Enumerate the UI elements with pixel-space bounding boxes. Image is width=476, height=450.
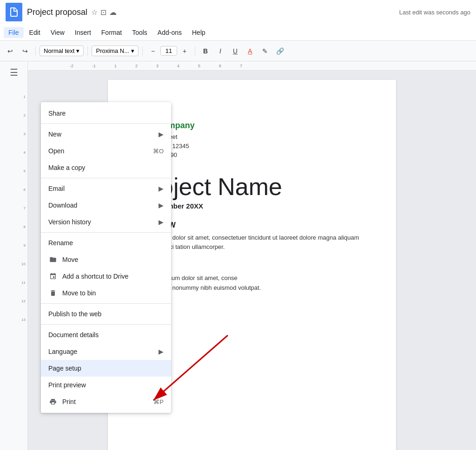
left-sidebar: ☰ 1 2 3 4 5 6 7 8 9 10 11 12 13 [0, 61, 28, 450]
italic-button[interactable]: I [214, 45, 227, 58]
menu-new[interactable]: New ▶ [41, 126, 171, 143]
make-copy-label: Make a copy [48, 164, 164, 171]
undo-button[interactable]: ↩ [4, 45, 17, 58]
menu-tools[interactable]: Tools [127, 27, 152, 38]
folder-icon[interactable]: ⊡ [100, 8, 106, 17]
menu-download[interactable]: Download ▶ [41, 197, 171, 214]
version-history-arrow-icon: ▶ [159, 218, 164, 226]
chevron-down-icon-2: ▾ [131, 47, 134, 54]
title-bar: Project proposal ☆ ⊡ ☁ Last edit was sec… [0, 0, 476, 24]
print-icon [48, 398, 58, 405]
menu-make-copy[interactable]: Make a copy [41, 159, 171, 176]
menu-publish-web[interactable]: Publish to the web [41, 306, 171, 322]
toolbar-divider-1 [35, 46, 36, 56]
font-name-select[interactable]: Proxima N... ▾ [92, 46, 139, 56]
menu-move-to-bin[interactable]: Move to bin [41, 285, 171, 301]
menu-page-setup[interactable]: Page setup [41, 360, 171, 377]
underline-button[interactable]: U [229, 45, 242, 58]
menu-file[interactable]: File [4, 27, 24, 38]
horizontal-ruler: -2-11234567 [28, 61, 476, 71]
redo-button[interactable]: ↪ [19, 45, 32, 58]
menu-help[interactable]: Help [187, 27, 210, 38]
language-label: Language [48, 348, 154, 355]
doc-title: Project proposal ☆ ⊡ ☁ [27, 7, 117, 17]
cloud-icon[interactable]: ☁ [109, 8, 117, 17]
title-icons: ☆ ⊡ ☁ [91, 8, 117, 17]
toolbar-divider-2 [87, 46, 88, 56]
page-setup-label: Page setup [48, 365, 164, 372]
trash-icon [48, 289, 58, 297]
highlight-button[interactable]: ✎ [258, 45, 271, 58]
menu-rename[interactable]: Rename [41, 235, 171, 251]
menu-version-history[interactable]: Version history ▶ [41, 214, 171, 230]
print-preview-label: Print preview [48, 381, 164, 389]
email-arrow-icon: ▶ [159, 185, 164, 192]
separator-5 [41, 324, 171, 325]
toolbar: ↩ ↪ Normal text ▾ Proxima N... ▾ − + B I… [0, 41, 476, 61]
open-label: Open [48, 147, 148, 155]
menu-email[interactable]: Email ▶ [41, 180, 171, 197]
docs-logo-icon [6, 3, 22, 21]
add-shortcut-label: Add a shortcut to Drive [62, 273, 164, 280]
menu-document-details[interactable]: Document details [41, 326, 171, 343]
open-shortcut: ⌘O [153, 148, 164, 155]
toolbar-divider-4 [195, 46, 195, 56]
share-label: Share [48, 110, 164, 117]
menu-add-shortcut[interactable]: Add a shortcut to Drive [41, 268, 171, 285]
menu-edit[interactable]: Edit [25, 27, 45, 38]
font-style-select[interactable]: Normal text ▾ [40, 46, 84, 56]
download-arrow-icon: ▶ [159, 202, 164, 209]
move-to-bin-label: Move to bin [62, 289, 164, 297]
new-label: New [48, 130, 154, 138]
font-size-input[interactable] [160, 46, 177, 56]
separator-1 [41, 124, 171, 124]
menu-print-preview[interactable]: Print preview [41, 377, 171, 393]
toolbar-divider-3 [142, 46, 143, 56]
menu-format[interactable]: Format [97, 27, 126, 38]
goals-item-1: Lorem ipsum dolor sit amet, conse [145, 274, 368, 283]
last-edit-text: Last edit was seconds ago [399, 9, 470, 16]
font-color-button[interactable]: A [244, 45, 257, 58]
menu-share[interactable]: Share [41, 105, 171, 122]
star-icon[interactable]: ☆ [91, 8, 98, 17]
goals-item-2: Sed diam nonummy nibh euismod volutpat. [145, 283, 368, 293]
separator-3 [41, 232, 171, 233]
menu-move[interactable]: Move [41, 251, 171, 268]
menu-open[interactable]: Open ⌘O [41, 143, 171, 159]
main-area: ☰ 1 2 3 4 5 6 7 8 9 10 11 12 13 -2-11234… [0, 61, 476, 450]
doc-title-text[interactable]: Project proposal [27, 7, 87, 17]
version-history-label: Version history [48, 218, 154, 226]
font-name-label: Proxima N... [96, 47, 129, 54]
outline-toggle[interactable]: ☰ [10, 67, 18, 78]
chevron-down-icon: ▾ [76, 47, 79, 54]
bold-button[interactable]: B [199, 45, 212, 58]
font-style-label: Normal text [44, 47, 74, 54]
file-dropdown-menu: Share New ▶ Open ⌘O Make a copy Email ▶ … [41, 102, 171, 413]
document-details-label: Document details [48, 331, 164, 339]
menu-insert[interactable]: Insert [70, 27, 96, 38]
separator-4 [41, 303, 171, 304]
menu-view[interactable]: View [46, 27, 69, 38]
menu-print[interactable]: Print ⌘P [41, 393, 171, 410]
print-label: Print [62, 398, 149, 405]
language-arrow-icon: ▶ [159, 348, 164, 355]
menu-language[interactable]: Language ▶ [41, 343, 171, 360]
email-label: Email [48, 185, 154, 192]
move-label: Move [62, 256, 164, 263]
rename-label: Rename [48, 239, 164, 247]
shortcut-icon [48, 273, 58, 280]
link-button[interactable]: 🔗 [273, 45, 287, 58]
move-icon [48, 256, 58, 263]
new-arrow-icon: ▶ [159, 130, 164, 138]
menu-bar: File Edit View Insert Format Tools Add-o… [0, 24, 476, 41]
separator-2 [41, 178, 171, 178]
download-label: Download [48, 202, 154, 209]
title-area: Project proposal ☆ ⊡ ☁ [27, 7, 117, 17]
font-size-increase[interactable]: + [178, 45, 191, 58]
print-shortcut: ⌘P [153, 398, 164, 405]
menu-addons[interactable]: Add-ons [153, 27, 186, 38]
publish-web-label: Publish to the web [48, 310, 164, 318]
font-size-control: − + [146, 45, 191, 58]
font-size-decrease[interactable]: − [146, 45, 159, 58]
